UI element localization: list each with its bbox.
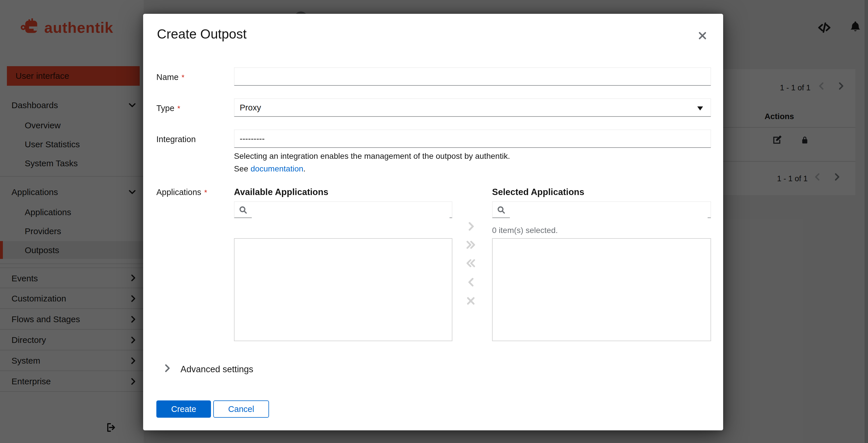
name-input[interactable] <box>234 67 711 86</box>
advanced-settings-label: Advanced settings <box>181 364 253 375</box>
create-outpost-modal: Create Outpost Name* Type* Proxy Integra… <box>143 14 723 430</box>
required-asterisk: * <box>181 73 184 82</box>
cancel-button[interactable]: Cancel <box>213 401 269 418</box>
clear-selection-button[interactable] <box>463 294 479 309</box>
remove-all-button[interactable] <box>463 257 479 271</box>
selected-applications-list[interactable] <box>492 238 711 341</box>
page: 1 - 1 of 1 Actions <box>0 0 868 443</box>
remove-selected-button[interactable] <box>463 275 479 291</box>
available-applications-title: Available Applications <box>234 187 328 197</box>
double-chevron-right-icon <box>466 240 475 251</box>
see-text: See <box>234 164 251 173</box>
type-select-value: Proxy <box>240 103 261 112</box>
available-applications-list[interactable] <box>234 238 453 341</box>
add-all-button[interactable] <box>463 238 479 253</box>
integration-label: Integration <box>156 135 196 144</box>
applications-label-text: Applications <box>156 187 201 197</box>
required-asterisk: * <box>204 188 207 197</box>
chevron-right-icon <box>468 222 474 232</box>
x-icon <box>467 297 475 306</box>
selected-applications-title: Selected Applications <box>492 187 584 197</box>
integration-help-text: Selecting an integration enables the man… <box>234 151 510 160</box>
name-label: Name* <box>156 72 185 82</box>
modal-close-button[interactable] <box>695 29 710 44</box>
modal-title: Create Outpost <box>157 26 247 42</box>
selected-search-box <box>492 201 711 218</box>
name-label-text: Name <box>156 72 179 82</box>
search-icon <box>239 206 247 216</box>
documentation-link[interactable]: documentation <box>251 164 304 173</box>
caret-down-icon <box>697 107 703 111</box>
type-select[interactable]: Proxy <box>234 98 711 117</box>
applications-label: Applications* <box>156 187 207 197</box>
double-chevron-left-icon <box>466 259 475 269</box>
search-icon <box>497 206 505 216</box>
available-search-box <box>234 201 453 218</box>
chevron-right-icon <box>165 364 170 375</box>
selected-count-text: 0 item(s) selected. <box>492 226 558 235</box>
advanced-settings-toggle[interactable]: Advanced settings <box>165 364 253 375</box>
required-asterisk: * <box>177 104 180 113</box>
chevron-left-icon <box>468 278 474 288</box>
integration-input[interactable] <box>234 129 711 148</box>
selected-search-input[interactable] <box>510 203 708 218</box>
close-icon <box>699 31 707 41</box>
add-selected-button[interactable] <box>463 220 479 235</box>
integration-help-line2: See documentation. <box>234 164 306 173</box>
create-button[interactable]: Create <box>156 401 211 418</box>
available-search-input[interactable] <box>252 203 450 218</box>
period-text: . <box>303 164 306 173</box>
type-label-text: Type <box>156 104 175 113</box>
type-label: Type* <box>156 104 180 113</box>
